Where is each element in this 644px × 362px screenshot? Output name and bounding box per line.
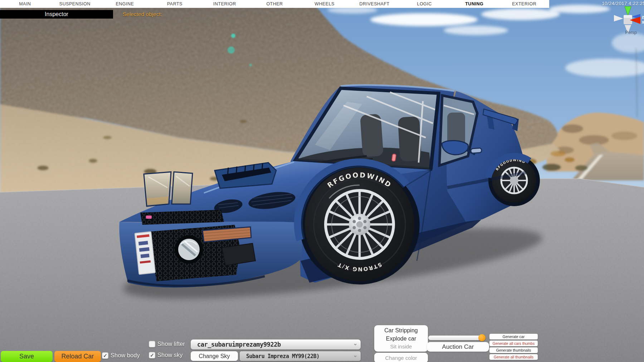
headlight-right [172,172,192,204]
door-handle [471,148,482,153]
generate-car-button[interactable]: Generate car [489,334,538,339]
slider-handle[interactable] [478,334,486,341]
tab-other[interactable]: OTHER [250,0,300,8]
generate-thumbnails-button[interactable]: Generate thumbnails [489,347,538,353]
car-stripping-button[interactable]: Car Stripping [374,327,428,334]
sti-badge [146,215,152,219]
change-color-button[interactable]: Change color [374,353,428,362]
tab-driveshaft[interactable]: DRIVESHAFT [350,0,400,8]
explode-car-button[interactable]: Explode car [374,336,428,342]
tab-logic[interactable]: LOGIC [399,0,449,8]
show-body-label: Show body [111,352,140,359]
auction-car-button[interactable]: Auction Car [427,342,489,352]
windshield [296,88,439,169]
tab-engine[interactable]: ENGINE [100,0,150,8]
side-marker [392,154,396,161]
gizmo-z-label: z [642,15,644,20]
gizmo-neg-x-axis[interactable] [614,15,623,21]
reload-car-button[interactable]: Reload Car [54,351,101,362]
show-sky-row: Show sky [149,352,183,358]
tab-suspension[interactable]: SUSPENSION [50,0,100,8]
save-button[interactable]: Save [1,351,53,362]
show-body-checkbox[interactable] [102,352,108,359]
sky-select-dropdown[interactable]: Subaru Impreza MY99(22B) [240,351,361,361]
gizmo-y-axis[interactable] [625,6,631,16]
tab-wheels[interactable]: WHEELS [299,0,350,8]
app-window: RFGOODWIND [0,0,644,362]
show-lifter-row: Show lifter [149,341,185,347]
fog-light [175,235,203,264]
chevron-down-icon [350,353,361,359]
sky-select-value: Subaru Impreza MY99(22B) [240,353,350,359]
tab-tuning[interactable]: TUNING [449,0,499,8]
selected-object-label: Selected object: [123,11,162,18]
generate-all-thumbnails-button[interactable]: Generate all thumbnails [489,354,538,360]
generate-all-cars-thumbs-button[interactable]: Generate all cars thumbs [489,341,538,346]
gizmo-x-label: x [642,20,644,25]
show-body-row: Show body [102,352,140,359]
chevron-down-icon [350,341,361,348]
show-sky-checkbox[interactable] [149,352,155,358]
car-model[interactable]: RFGOODWIND [114,80,530,291]
tab-interior[interactable]: INTERIOR [200,0,250,8]
inspector-header[interactable]: Inspector [0,10,113,19]
show-lifter-label: Show lifter [157,341,185,347]
headlight-left [144,172,171,206]
car-select-value: car_subaruimprezamy9922b [191,341,350,348]
top-menu-bar: MAIN SUSPENSION ENGINE PARTS INTERIOR OT… [0,0,549,8]
car-actions-panel: Car Stripping Explode car Sit inside [374,325,428,352]
car-select-dropdown[interactable]: car_subaruimprezamy9922b [191,339,361,349]
tab-exterior[interactable]: EXTERIOR [499,0,549,8]
tab-parts[interactable]: PARTS [150,0,200,8]
show-sky-label: Show sky [157,352,183,358]
change-sky-button[interactable]: Change Sky [191,351,238,361]
inspector-title: Inspector [45,11,68,18]
generate-buttons-panel: Generate car Generate all cars thumbs Ge… [489,334,538,360]
rear-wheel: RFGOODWIND [488,155,540,206]
show-lifter-checkbox[interactable] [149,341,155,347]
hood-scoop [215,163,276,188]
projection-label[interactable]: Persp [625,30,637,35]
thumbnail-slider[interactable] [428,336,485,340]
tab-main[interactable]: MAIN [0,0,50,8]
sit-inside-button[interactable]: Sit inside [374,344,428,350]
